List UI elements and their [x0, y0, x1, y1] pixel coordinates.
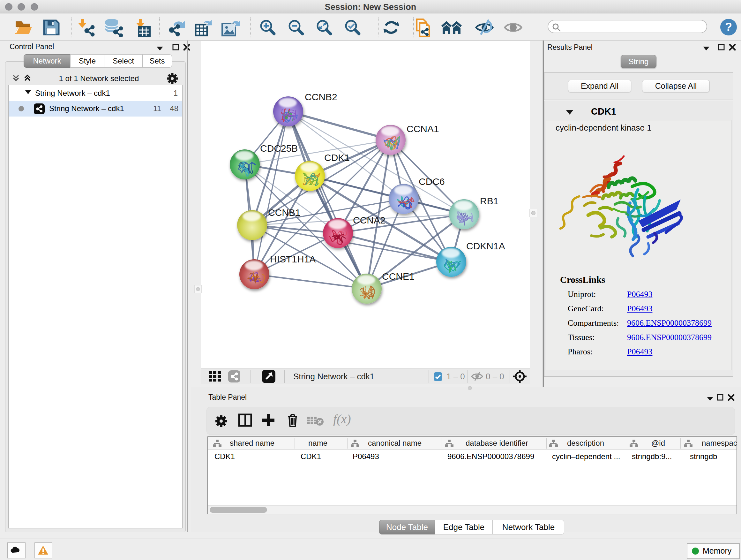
svg-text:CDC25B: CDC25B	[260, 143, 298, 153]
svg-text:CDKN1A: CDKN1A	[466, 241, 505, 251]
svg-text:CCNB1: CCNB1	[268, 207, 300, 218]
svg-text:CCNA1: CCNA1	[407, 124, 439, 134]
svg-text:RB1: RB1	[480, 196, 498, 206]
svg-text:CCNE1: CCNE1	[382, 271, 414, 282]
svg-text:CDC6: CDC6	[419, 176, 445, 187]
svg-text:HIST1H1A: HIST1H1A	[270, 254, 316, 264]
svg-text:CCNB2: CCNB2	[305, 91, 337, 102]
svg-text:?: ?	[725, 20, 732, 34]
svg-text:CCNA2: CCNA2	[353, 215, 386, 226]
svg-text:CDK1: CDK1	[324, 152, 350, 163]
